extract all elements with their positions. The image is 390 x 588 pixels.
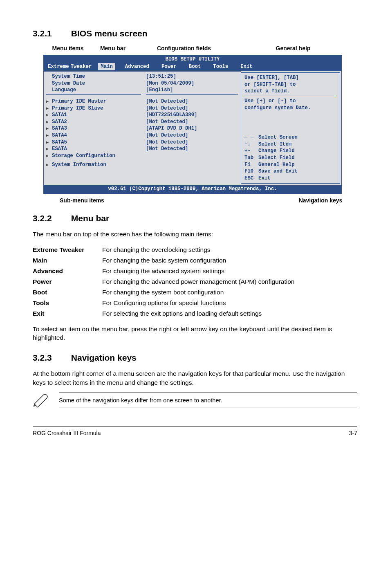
nav-label: Select Item (258, 141, 291, 147)
def-desc: For changing the overclocking settings (102, 245, 294, 255)
bios-item-primary-ide-master[interactable]: Primary IDE Master (46, 98, 141, 105)
bios-value-time: [13:51:25] (146, 73, 238, 80)
bios-help-line: or [SHIFT-TAB] to (244, 81, 336, 88)
bios-item-system-date[interactable]: System Date (46, 80, 141, 87)
anno-config-fields: Configuration fields (143, 45, 225, 52)
bios-tab-tools[interactable]: Tools (211, 63, 231, 71)
heading-number: 3.2.1 (33, 29, 69, 38)
bios-tab-bar: Extreme Tweaker Main Advanced Power Boot… (44, 63, 341, 72)
def-term: Extreme Tweaker (33, 245, 102, 255)
nav-key: F10 (244, 168, 258, 175)
nav-label: Select Screen (258, 135, 298, 140)
bios-item-sata5[interactable]: SATA5 (46, 139, 141, 146)
bios-tab-main[interactable]: Main (98, 63, 115, 71)
heading-number: 3.2.2 (33, 213, 69, 223)
annotation-row-top: Menu items Menu bar Configuration fields… (33, 45, 357, 52)
bios-item-sata2[interactable]: SATA2 (46, 119, 141, 126)
pencil-icon (33, 393, 51, 410)
bios-tab-power[interactable]: Power (159, 63, 179, 71)
bios-item-primary-ide-slave[interactable]: Primary IDE Slave (46, 105, 141, 112)
anno-general-help: General help (258, 45, 328, 52)
def-term: Tools (33, 298, 102, 308)
nav-label: Exit (258, 175, 271, 181)
def-desc: For changing the advanced system setting… (102, 266, 294, 276)
table-row: ExitFor selecting the exit options and l… (33, 308, 294, 319)
bios-help-line: Use [ENTER], [TAB] (244, 74, 336, 81)
bios-tab-tweaker[interactable]: Tweaker (71, 63, 94, 71)
bios-title: BIOS SETUP UTILITY (44, 55, 341, 63)
bios-value-language: [English] (146, 87, 238, 94)
bios-help-pane: Use [ENTER], [TAB] or [SHIFT-TAB] to sel… (241, 72, 340, 184)
bios-value-sata2: [Not Detected] (146, 119, 238, 126)
menubar-outro-text: To select an item on the menu bar, press… (33, 325, 357, 342)
table-row: AdvancedFor changing the advanced system… (33, 266, 294, 276)
bios-help-line: configure system Date. (244, 105, 336, 112)
heading-title: BIOS menu screen (71, 29, 148, 38)
bios-footer: v02.61 (C)Copyright 1985-2009, American … (44, 185, 341, 193)
bios-item-esata[interactable]: ESATA (46, 146, 141, 153)
navkeys-body-text: At the bottom right corner of a menu scr… (33, 369, 357, 387)
def-desc: For changing the advanced power manageme… (102, 276, 294, 287)
table-row: ToolsFor Configuring options for special… (33, 298, 294, 308)
nav-key: ↑↓ (244, 141, 258, 148)
bios-tab-extreme[interactable]: Extreme (45, 63, 71, 71)
bios-value-sata3: [ATAPI DVD D DH1] (146, 125, 238, 132)
heading-322: 3.2.2 Menu bar (33, 213, 357, 223)
nav-key: +- (244, 148, 258, 155)
note-box: Some of the navigation keys differ from … (33, 393, 357, 410)
footer-right: 3-7 (349, 430, 357, 436)
anno-navigation-keys: Navigation keys (284, 197, 357, 204)
nav-key: ESC (244, 175, 258, 182)
nav-label: Select Field (258, 155, 295, 161)
bios-value-pis: [Not Detected] (146, 105, 238, 112)
bios-item-sata1[interactable]: SATA1 (46, 112, 141, 119)
bios-help-line: select a field. (244, 88, 336, 95)
bios-mid-pane: [13:51:25] [Mon 05/04/2009] [English] [N… (143, 71, 241, 185)
anno-submenu-items: Sub-menu items (43, 197, 166, 204)
nav-label: Save and Exit (258, 168, 298, 174)
heading-title: Menu bar (71, 213, 109, 223)
nav-key: ← → (244, 134, 258, 141)
table-row: PowerFor changing the advanced power man… (33, 276, 294, 287)
nav-label: Change Field (258, 148, 295, 154)
nav-label: General Help (258, 162, 295, 168)
bios-value-sata4: [Not Detected] (146, 132, 238, 139)
note-text: Some of the navigation keys differ from … (59, 397, 222, 404)
def-term: Main (33, 255, 102, 266)
def-desc: For Configuring options for special func… (102, 298, 294, 308)
bios-left-pane: System Time System Date Language Primary… (44, 71, 143, 185)
anno-menu-items: Menu items (43, 45, 92, 52)
bios-item-language[interactable]: Language (46, 87, 141, 94)
heading-323: 3.2.3 Navigation keys (33, 353, 357, 363)
bios-tab-exit[interactable]: Exit (238, 63, 255, 71)
table-row: MainFor changing the basic system config… (33, 255, 294, 266)
heading-321: 3.2.1 BIOS menu screen (33, 29, 357, 38)
anno-menu-bar: Menu bar (92, 45, 133, 52)
bios-value-sata1: [HDT722516DLA380] (146, 112, 238, 119)
bios-help-line: Use [+] or [-] to (244, 98, 336, 105)
table-row: Extreme TweakerFor changing the overcloc… (33, 245, 294, 255)
def-desc: For selecting the exit options and loadi… (102, 308, 294, 319)
bios-item-sata3[interactable]: SATA3 (46, 125, 141, 132)
heading-title: Navigation keys (71, 353, 137, 362)
bios-item-sata4[interactable]: SATA4 (46, 132, 141, 139)
bios-value-date: [Mon 05/04/2009] (146, 80, 238, 87)
page-footer: ROG Crosshair III Formula 3-7 (33, 426, 357, 436)
def-desc: For changing the system boot configurati… (102, 287, 294, 298)
bios-item-system-info[interactable]: System Information (46, 162, 141, 168)
def-term: Power (33, 276, 102, 287)
def-desc: For changing the basic system configurat… (102, 255, 294, 266)
footer-left: ROG Crosshair III Formula (33, 430, 101, 436)
bios-item-system-time[interactable]: System Time (46, 73, 141, 80)
bios-value-esata: [Not Detected] (146, 146, 238, 153)
def-term: Boot (33, 287, 102, 298)
annotation-row-bottom: Sub-menu items Navigation keys (43, 197, 357, 204)
bios-value-pim: [Not Detected] (146, 98, 238, 105)
bios-tab-advanced[interactable]: Advanced (123, 63, 152, 71)
bios-item-storage-config[interactable]: Storage Configuration (46, 153, 141, 159)
def-term: Advanced (33, 266, 102, 276)
bios-screenshot: BIOS SETUP UTILITY Extreme Tweaker Main … (43, 55, 342, 194)
def-term: Exit (33, 308, 102, 319)
bios-value-sata5: [Not Detected] (146, 139, 238, 146)
bios-tab-boot[interactable]: Boot (186, 63, 204, 71)
